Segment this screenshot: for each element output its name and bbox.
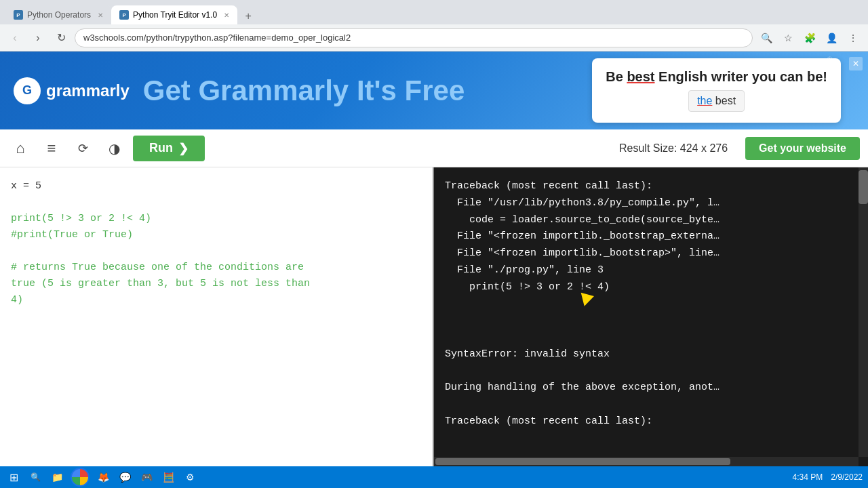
taskbar-icons: 🔍 📁 🦊 💬 🎮 🧮 ⚙ — [27, 468, 198, 487]
new-tab-button[interactable]: + — [240, 8, 256, 24]
tab-label-1: Python Operators — [27, 10, 91, 20]
taskbar-chrome-icon[interactable] — [71, 468, 90, 487]
extensions-icon-btn[interactable]: 🧩 — [800, 28, 819, 47]
search-icon-btn[interactable]: 🔍 — [757, 28, 776, 47]
taskbar-search-icon[interactable]: 🔍 — [27, 469, 43, 485]
taskbar-date: 2/9/2022 — [831, 472, 863, 482]
tab-favicon-1: P — [14, 10, 23, 20]
vertical-scroll-thumb[interactable] — [859, 170, 868, 204]
run-label: Run — [149, 141, 173, 155]
taskbar-chat-icon[interactable]: 💬 — [117, 469, 133, 485]
main-content: x = 5 print(5 !> 3 or 2 !< 4) #print(Tru… — [0, 167, 868, 466]
output-container: Traceback (most recent call last): File … — [434, 167, 868, 466]
profile-icon-btn[interactable]: 👤 — [822, 28, 841, 47]
code-line-1: x = 5 — [11, 178, 422, 195]
output-line-2: File "/usr/lib/python3.8/py_compile.py",… — [445, 195, 854, 212]
taskbar-right: 4:34 PM 2/9/2022 — [793, 472, 863, 482]
vertical-scrollbar[interactable] — [859, 167, 868, 457]
output-line-6: File "./prog.py", line 3 — [445, 262, 854, 279]
horizontal-scroll-thumb[interactable] — [435, 458, 730, 465]
ad-choice-icon: ① — [827, 56, 833, 63]
ad-close-button[interactable]: ✕ — [849, 57, 863, 70]
run-button[interactable]: Run ❯ — [133, 136, 205, 161]
ad-brand-text: Grammarly — [198, 75, 349, 106]
rotate-icon[interactable]: ⟳ — [71, 136, 95, 161]
nav-icons: 🔍 ☆ 🧩 👤 ⋮ — [757, 28, 863, 47]
output-line-4: File "<frozen importlib._bootstrap_exter… — [445, 228, 854, 245]
output-panel[interactable]: Traceback (most recent call last): File … — [434, 167, 868, 457]
output-line-3: code = loader.source_to_code(source_byte… — [445, 212, 854, 229]
taskbar-firefox-icon[interactable]: 🦊 — [95, 469, 111, 485]
ad-right-input: the best — [688, 90, 745, 112]
start-button[interactable]: ⊞ — [5, 469, 22, 485]
get-website-button[interactable]: Get your website — [745, 137, 860, 160]
menu-icon[interactable]: ≡ — [39, 136, 64, 161]
code-line-6: # returns True because one of the condit… — [11, 260, 422, 276]
nav-forward-button[interactable]: › — [28, 28, 47, 47]
get-website-label: Get your website — [759, 142, 846, 154]
output-line-9: SyntaxError: invalid syntax — [445, 346, 854, 363]
output-line-11: During handling of the above exception, … — [445, 380, 854, 396]
grammarly-logo-text: grammarly — [46, 81, 130, 100]
ad-right-title: Be best English writer you can be! — [606, 69, 827, 85]
tab-python-operators[interactable]: P Python Operators ✕ — [5, 5, 111, 24]
ad-right-panel: Be best English writer you can be! the b… — [592, 58, 841, 123]
ad-banner: G grammarly Get Grammarly It's Free Be b… — [0, 52, 868, 129]
output-line-8 — [445, 329, 854, 346]
grammarly-logo-icon: G — [14, 77, 41, 104]
tab-close-1[interactable]: ✕ — [98, 12, 103, 19]
output-line-10 — [445, 363, 854, 380]
ad-get-text: Get — [143, 75, 199, 106]
code-editor[interactable]: x = 5 print(5 !> 3 or 2 !< 4) #print(Tru… — [0, 167, 434, 466]
taskbar-game-icon[interactable]: 🎮 — [138, 469, 155, 485]
ad-input-the: the — [697, 95, 712, 106]
ad-logo: G grammarly — [14, 77, 130, 104]
address-bar[interactable]: w3schools.com/python/trypython.asp?filen… — [75, 28, 753, 47]
menu-icon-btn[interactable]: ⋮ — [844, 28, 863, 47]
cursor-arrow — [518, 278, 593, 330]
taskbar-time: 4:34 PM — [793, 472, 823, 482]
toolbar: ⌂ ≡ ⟳ ◑ Run ❯ Result Size: 424 x 276 Get… — [0, 129, 868, 167]
bookmark-icon-btn[interactable]: ☆ — [778, 28, 797, 47]
tab-label-2: Python Tryit Editor v1.0 — [133, 10, 217, 20]
output-line-7: print(5 !> 3 or 2 !< 4) — [445, 279, 854, 329]
tab-favicon-2: P — [119, 10, 129, 20]
output-line-5: File "<frozen importlib._bootstrap>", li… — [445, 245, 854, 262]
ad-main-text: Get Grammarly It's Free — [143, 75, 593, 107]
result-size-display: Result Size: 424 x 276 — [619, 142, 728, 155]
ad-free-text: It's Free — [349, 75, 465, 106]
code-line-2 — [11, 195, 422, 211]
output-line-1: Traceback (most recent call last): — [445, 178, 854, 195]
output-line-12 — [445, 396, 854, 413]
tab-tryit-editor[interactable]: P Python Tryit Editor v1.0 ✕ — [111, 5, 237, 24]
code-line-4: #print(True or True) — [11, 227, 422, 243]
taskbar-settings-icon[interactable]: ⚙ — [182, 469, 198, 485]
code-line-7: true (5 is greater than 3, but 5 is not … — [11, 276, 422, 292]
code-line-5 — [11, 243, 422, 260]
address-text: w3schools.com/python/trypython.asp?filen… — [83, 33, 351, 43]
nav-bar: ‹ › ↻ w3schools.com/python/trypython.asp… — [0, 24, 868, 52]
horizontal-scrollbar[interactable] — [434, 457, 859, 466]
home-icon[interactable]: ⌂ — [8, 136, 33, 161]
code-line-8: 4) — [11, 292, 422, 308]
contrast-icon[interactable]: ◑ — [102, 136, 126, 161]
taskbar-calc-icon[interactable]: 🧮 — [160, 469, 176, 485]
code-line-3: print(5 !> 3 or 2 !< 4) — [11, 211, 422, 227]
tab-bar: P Python Operators ✕ P Python Tryit Edit… — [0, 0, 868, 24]
nav-refresh-button[interactable]: ↻ — [52, 28, 71, 47]
output-line-13: Traceback (most recent call last): — [445, 413, 854, 430]
taskbar-file-icon[interactable]: 📁 — [49, 469, 65, 485]
taskbar: ⊞ 🔍 📁 🦊 💬 🎮 🧮 ⚙ 4:34 PM 2/9/2022 — [0, 466, 868, 488]
tab-close-2[interactable]: ✕ — [224, 12, 229, 19]
nav-back-button[interactable]: ‹ — [5, 28, 24, 47]
run-arrow-icon: ❯ — [178, 141, 189, 156]
